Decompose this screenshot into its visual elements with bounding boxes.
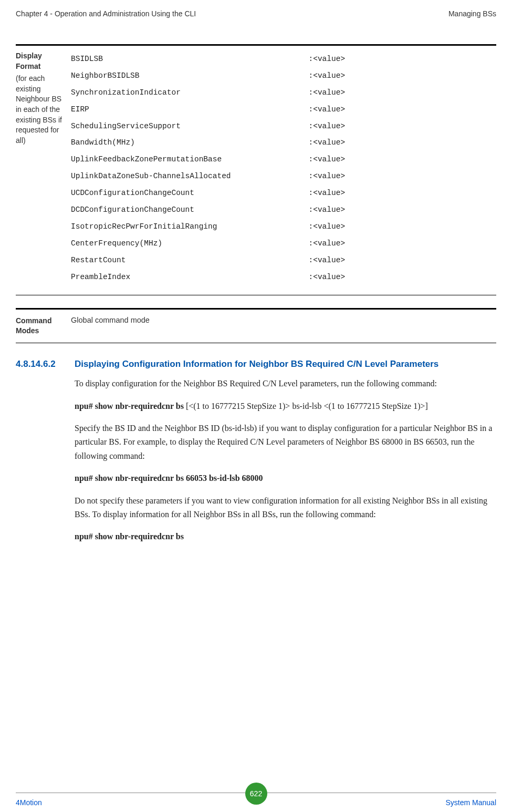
display-format-subtext: (for each existing Neighbour BS in each … [16, 74, 66, 146]
page-number-badge: 622 [245, 783, 267, 805]
command-bold-example: npu# show nbr-requiredcnr bs 66053 bs-id… [75, 474, 263, 482]
command-bold-part: npu# show nbr-requiredcnr bs [75, 402, 186, 410]
command-syntax-1: npu# show nbr-requiredcnr bs [<(1 to 167… [75, 399, 496, 413]
paragraph-all: Do not specify these parameters if you w… [75, 494, 496, 522]
page-content: Display Format (for each existing Neighb… [0, 44, 512, 544]
header-left: Chapter 4 - Operation and Administration… [16, 9, 196, 18]
command-bold-all: npu# show nbr-requiredcnr bs [75, 532, 184, 541]
command-args-part: [<(1 to 16777215 StepSize 1)> bs-id-lsb … [186, 402, 428, 410]
display-format-data: BSIDLSB :<value> NeighborBSIDLSB :<value… [71, 51, 496, 285]
footer-left: 4Motion [16, 798, 42, 807]
display-format-label-column: Display Format (for each existing Neighb… [16, 51, 71, 285]
command-example-3: npu# show nbr-requiredcnr bs [75, 530, 496, 543]
command-example-2: npu# show nbr-requiredcnr bs 66053 bs-id… [75, 471, 496, 485]
display-format-block: Display Format (for each existing Neighb… [16, 44, 496, 295]
paragraph-intro: To display configuration for the Neighbo… [75, 377, 496, 390]
header-right: Managing BSs [448, 9, 496, 18]
page-header: Chapter 4 - Operation and Administration… [0, 0, 512, 23]
command-modes-block: Command Modes Global command mode [16, 308, 496, 343]
command-modes-value: Global command mode [71, 316, 496, 335]
page-footer: 4Motion 622 System Manual [0, 793, 512, 812]
footer-right: System Manual [446, 798, 496, 807]
section-number: 4.8.14.6.2 [16, 359, 75, 369]
section-heading: 4.8.14.6.2 Displaying Configuration Info… [16, 359, 496, 369]
command-modes-label: Command Modes [16, 316, 71, 335]
section-title: Displaying Configuration Information for… [75, 359, 496, 369]
paragraph-specify: Specify the BS ID and the Neighbor BS ID… [75, 422, 496, 463]
display-format-title: Display Format [16, 51, 66, 71]
